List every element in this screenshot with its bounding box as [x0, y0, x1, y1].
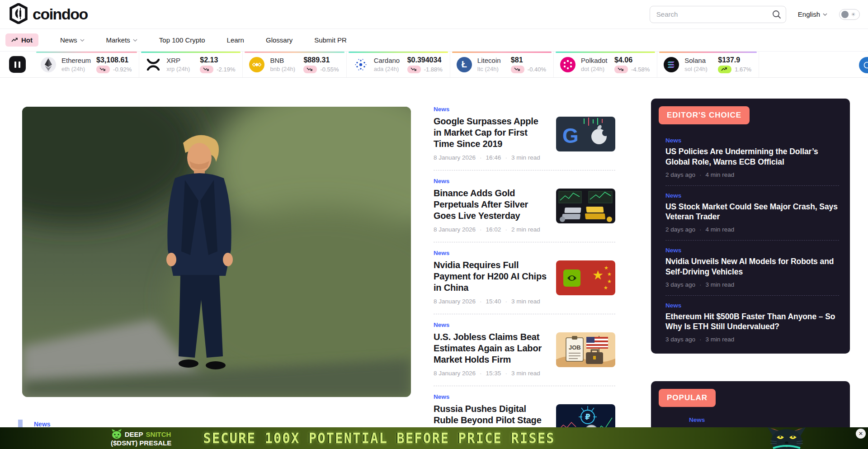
ticker-card-xrp[interactable]: XRPxrp (24h) $2.13 -2.19% — [139, 52, 243, 77]
coin-sub: ada (24h) — [374, 66, 402, 72]
coin-sub: xrp (24h) — [166, 66, 194, 72]
ec-title: Ethereum Hit $500B Faster Than Anyone – … — [665, 312, 839, 332]
trending-up-icon — [11, 38, 18, 43]
article-meta: 8 January 202616:463 min read — [434, 154, 548, 161]
article-thumbnail-gold-bars — [556, 189, 615, 223]
ticker-card-bnb[interactable]: BNBbnb (24h) $889.31 -0.55% — [243, 52, 346, 77]
coin-change: 1.67% — [735, 66, 751, 73]
svg-text:G: G — [562, 124, 579, 147]
coindoo-logo[interactable]: coindoo — [9, 3, 88, 26]
article-category[interactable]: News — [434, 106, 548, 113]
ec-category[interactable]: News — [665, 247, 839, 254]
nav-item-news[interactable]: News — [60, 36, 85, 44]
coindoo-logo-icon — [9, 3, 28, 26]
nav-submit-pr-label: Submit PR — [314, 36, 347, 44]
coin-name: Polkadot — [581, 57, 609, 64]
trend-down-icon — [96, 66, 110, 73]
nav-learn-label: Learn — [227, 36, 244, 44]
ec-title: Nvidia Unveils New AI Models for Robots … — [665, 256, 839, 277]
nav-top100-label: Top 100 Crypto — [159, 36, 205, 44]
svg-text:★: ★ — [604, 265, 609, 271]
ticker-card-next-partial[interactable] — [859, 57, 868, 73]
nav-item-learn[interactable]: Learn — [227, 36, 244, 44]
editors-choice-item[interactable]: News Nvidia Unveils New AI Models for Ro… — [665, 241, 839, 296]
language-selector[interactable]: English — [798, 10, 827, 18]
article-category[interactable]: News — [434, 393, 548, 400]
editors-choice-item[interactable]: News Ethereum Hit $500B Faster Than Anyo… — [665, 296, 839, 350]
trend-down-icon — [614, 66, 628, 73]
article-jobless-claims[interactable]: News U.S. Jobless Claims Beat Estimates … — [434, 314, 615, 386]
news-list: News Google Surpasses Apple in Market Ca… — [434, 99, 615, 448]
nav-item-submit-pr[interactable]: Submit PR — [314, 36, 347, 44]
article-nvidia-china[interactable]: News Nvidia Requires Full Payment for H2… — [434, 242, 615, 314]
chevron-down-icon — [133, 39, 137, 42]
article-thumbnail-nvidia-china: ★ ★ ★ ★ ★ — [556, 260, 615, 295]
ad-close-button[interactable]: ✕ — [856, 429, 866, 439]
ad-rat-mascot-image — [760, 427, 814, 449]
ec-category[interactable]: News — [665, 137, 839, 144]
coin-price: $2.13 — [200, 56, 235, 64]
coin-change: -4.58% — [631, 66, 650, 73]
article-title: Russia Pushes Digital Ruble Beyond Pilot… — [434, 403, 548, 426]
article-category[interactable]: News — [434, 250, 548, 256]
coin-change: -1.88% — [424, 66, 443, 73]
nav-item-glossary[interactable]: Glossary — [266, 36, 292, 44]
ad-headline: SECURE 100X POTENTIAL BEFORE PRICE RISES — [203, 430, 555, 447]
article-title: U.S. Jobless Claims Beat Estimates Again… — [434, 331, 548, 365]
ticker-pause-button[interactable] — [9, 56, 26, 73]
theme-toggle[interactable]: ☀ — [839, 9, 860, 20]
deepsnitch-rat-icon — [111, 429, 122, 439]
popular-item-category[interactable]: News — [689, 416, 705, 423]
nav-item-markets[interactable]: Markets — [106, 36, 137, 44]
nav-news-label: News — [60, 36, 77, 44]
trend-down-icon — [511, 66, 524, 73]
trump-walking-photo — [22, 107, 411, 397]
ticker-card-solana[interactable]: Solanasol (24h) $137.9 1.67% — [657, 52, 759, 77]
search-icon[interactable] — [772, 9, 782, 19]
ec-meta: 3 days ago3 min read — [665, 281, 839, 288]
coin-name: Cardano — [374, 57, 402, 64]
ec-category[interactable]: News — [665, 302, 839, 309]
ticker-card-polkadot[interactable]: Polkadotdot (24h) $4.06 -4.58% — [554, 52, 657, 77]
editors-choice-item[interactable]: News US Policies Are Undermining the Dol… — [665, 131, 839, 186]
coin-sub: bnb (24h) — [270, 66, 298, 72]
article-category[interactable]: News — [434, 178, 548, 184]
ethereum-icon — [41, 57, 56, 72]
header: coindoo English ☀ — [0, 0, 868, 29]
coin-change: -0.40% — [528, 66, 546, 73]
article-google-apple[interactable]: News Google Surpasses Apple in Market Ca… — [434, 99, 615, 170]
trend-down-icon — [407, 66, 421, 73]
ticker-card-ethereum[interactable]: Ethereumeth (24h) $3,108.61 -0.92% — [34, 52, 139, 77]
article-binance-gold[interactable]: News Binance Adds Gold Perpetuals After … — [434, 170, 615, 242]
ad-banner-deepsnitch[interactable]: DEEP SNITCH ($DSNT) PRESALE SECURE 100X … — [0, 427, 868, 449]
article-category[interactable]: News — [434, 321, 548, 328]
chevron-down-icon — [80, 39, 85, 42]
search-box — [650, 6, 786, 23]
coin-name: BNB — [270, 57, 298, 64]
nav-item-hot[interactable]: Hot — [5, 33, 38, 47]
ad-brand-presale: ($DSNT) PRESALE — [111, 439, 171, 447]
bnb-icon — [249, 57, 264, 72]
cardano-icon — [353, 57, 368, 72]
ec-title: US Stock Market Could See Major Crash, S… — [665, 202, 839, 222]
polkadot-icon — [560, 57, 576, 72]
featured-category-label[interactable]: News — [34, 421, 51, 428]
ticker-card-cardano[interactable]: Cardanoada (24h) $0.394034 -1.88% — [347, 52, 450, 77]
svg-text:★: ★ — [607, 279, 612, 284]
solana-icon — [664, 57, 679, 72]
search-input[interactable] — [650, 6, 786, 23]
coin-price: $137.9 — [718, 56, 751, 64]
ec-category[interactable]: News — [665, 192, 839, 199]
litecoin-icon: Ł — [457, 57, 472, 72]
ad-brand-block: DEEP SNITCH ($DSNT) PRESALE — [111, 429, 171, 447]
editors-choice-item[interactable]: News US Stock Market Could See Major Cra… — [665, 186, 839, 241]
coin-sub: ltc (24h) — [477, 66, 505, 72]
ticker-card-litecoin[interactable]: Ł Litecoinltc (24h) $81 -0.40% — [450, 52, 554, 77]
featured-article-image[interactable] — [22, 107, 411, 397]
ec-meta: 2 days ago4 min read — [665, 226, 839, 233]
coin-name: Ethereum — [61, 57, 91, 64]
coin-change: -2.19% — [217, 66, 235, 73]
svg-text:★: ★ — [607, 271, 612, 277]
ad-brand-snitch: SNITCH — [146, 430, 171, 438]
nav-item-top-100-crypto[interactable]: Top 100 Crypto — [159, 36, 205, 44]
